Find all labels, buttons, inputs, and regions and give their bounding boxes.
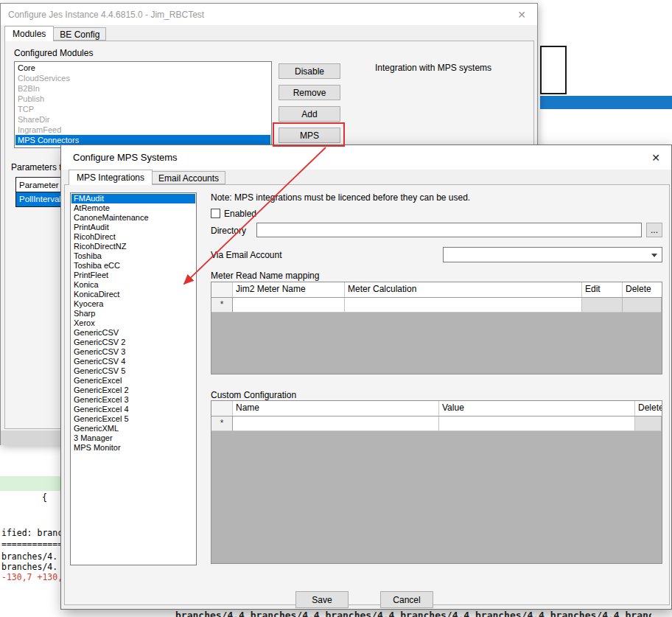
- mps-integration-item[interactable]: MPS Monitor: [71, 443, 195, 453]
- mps-integration-item[interactable]: GenericCSV 3: [71, 347, 195, 357]
- mps-integration-item[interactable]: GenericCSV 5: [71, 366, 195, 376]
- mps-integration-item[interactable]: Xerox: [71, 318, 195, 328]
- custom-grid-header: Name Value Delete: [211, 401, 662, 416]
- mps-integration-item[interactable]: GenericExcel 4: [71, 405, 195, 414]
- terminal-line: {: [42, 492, 47, 503]
- mps-integration-item[interactable]: Toshiba: [71, 251, 195, 261]
- custom-grid-col-delete: Delete: [635, 401, 662, 416]
- disable-button[interactable]: Disable: [279, 63, 340, 79]
- mps-integration-item[interactable]: RicohDirect: [71, 232, 195, 242]
- terminal-line: branches/4.: [1, 551, 57, 562]
- save-button[interactable]: Save: [295, 591, 349, 608]
- chevron-down-icon: [651, 254, 657, 257]
- directory-input[interactable]: [256, 223, 642, 237]
- jes-module-item[interactable]: B2BIn: [15, 83, 270, 94]
- custom-grid-col-value: Value: [439, 401, 635, 416]
- licence-note: Note: MPS integrations must be licenced …: [211, 192, 470, 203]
- meter-grid-delete-button-cell[interactable]: [623, 298, 662, 313]
- add-button[interactable]: Add: [279, 106, 340, 122]
- jes-tab-modules[interactable]: Modules: [4, 26, 54, 41]
- remove-button[interactable]: Remove: [279, 85, 340, 100]
- custom-config-grid: Name Value Delete *: [211, 400, 662, 564]
- meter-grid-col-edit: Edit: [582, 282, 623, 297]
- meter-grid-title: Meter Read Name mapping: [211, 271, 319, 281]
- mps-integration-item[interactable]: GenericCSV 2: [71, 338, 195, 347]
- mps-dialog: Configure MPS Systems ✕ MPS Integrations…: [60, 144, 672, 610]
- mps-integration-item[interactable]: KonicaDirect: [71, 290, 195, 299]
- mps-integration-item[interactable]: Kyocera: [71, 299, 195, 309]
- mps-integration-item[interactable]: GenericCSV: [71, 328, 195, 338]
- browse-button[interactable]: ...: [646, 223, 662, 237]
- meter-grid-calc-cell[interactable]: [345, 298, 582, 313]
- custom-grid-value-cell[interactable]: [439, 416, 635, 431]
- terminal-line: branches/4.: [1, 562, 57, 572]
- mps-integration-item[interactable]: PrintAudit: [71, 223, 195, 232]
- mps-integration-item[interactable]: GenericExcel 2: [71, 386, 195, 395]
- enabled-checkbox[interactable]: [211, 209, 220, 218]
- terminal-highlight-bar: [0, 476, 60, 491]
- mps-integration-item[interactable]: Konica: [71, 280, 195, 290]
- via-email-label: Via Email Account: [211, 250, 282, 260]
- mps-dialog-title: Configure MPS Systems: [73, 152, 178, 163]
- mps-tab-email-accounts[interactable]: Email Accounts: [153, 171, 225, 184]
- background-window: [538, 0, 672, 144]
- mps-integration-item[interactable]: Toshiba eCC: [71, 261, 195, 271]
- mps-integration-item[interactable]: GenericExcel 5: [71, 414, 195, 424]
- background-panel-outline: [540, 46, 567, 94]
- configured-modules-listbox[interactable]: Core CloudServices B2BIn Publish TCP Sha…: [14, 61, 272, 148]
- meter-grid-col-jim2-meter-name: Jim2 Meter Name: [233, 282, 345, 297]
- custom-grid-new-row: *: [211, 416, 662, 431]
- configured-modules-label: Configured Modules: [14, 48, 93, 58]
- jes-module-item[interactable]: Publish: [15, 94, 270, 104]
- terminal-diff-line: -130,7 +130,: [1, 572, 63, 582]
- jes-module-item[interactable]: CloudServices: [15, 73, 270, 83]
- terminal-line: ified: branch: [1, 528, 68, 538]
- mps-titlebar: Configure MPS Systems ✕: [61, 145, 671, 170]
- jes-module-item[interactable]: TCP: [15, 104, 270, 114]
- jes-module-item[interactable]: ShareDir: [15, 114, 270, 125]
- jes-dialog-title: Configure Jes Instance 4.4.6815.0 - Jim_…: [8, 10, 204, 20]
- custom-grid-delete-button-cell[interactable]: [635, 416, 662, 431]
- jes-module-item[interactable]: IngramFeed: [15, 125, 270, 135]
- jes-titlebar: Configure Jes Instance 4.4.6815.0 - Jim_…: [1, 4, 537, 25]
- mps-tab-integrations[interactable]: MPS Integrations: [69, 170, 153, 185]
- meter-grid-empty-area: [211, 313, 662, 374]
- mps-integration-item[interactable]: RicohDirectNZ: [71, 242, 195, 251]
- meter-grid-edit-button-cell[interactable]: [582, 298, 623, 313]
- clipped-bottom-text: branches/4.4 branches/4.4 branches/4.4 b…: [175, 610, 651, 617]
- jes-module-item[interactable]: Core: [15, 63, 270, 73]
- custom-grid-empty-area: [211, 431, 662, 563]
- mps-integration-item[interactable]: PrintFleet: [71, 271, 195, 280]
- mps-button[interactable]: MPS: [279, 128, 340, 143]
- mps-description-text: Integration with MPS systems: [375, 63, 491, 73]
- cancel-button[interactable]: Cancel: [380, 591, 433, 608]
- mps-integration-item[interactable]: 3 Manager: [71, 433, 195, 443]
- custom-grid-col-name: Name: [233, 401, 439, 416]
- meter-grid-col-delete: Delete: [623, 282, 662, 297]
- mps-integration-item[interactable]: GenericCSV 4: [71, 357, 195, 366]
- meter-grid-corner: [211, 282, 233, 297]
- meter-grid-new-row: *: [211, 298, 662, 313]
- jes-module-item[interactable]: MPS Connectors: [15, 135, 270, 145]
- mps-close-icon[interactable]: ✕: [640, 145, 671, 170]
- custom-grid-name-cell[interactable]: [233, 416, 439, 431]
- background-accent-bar: [540, 96, 672, 109]
- custom-grid-corner: [211, 401, 233, 416]
- mps-integration-item[interactable]: GenericExcel 3: [71, 395, 195, 405]
- custom-grid-new-row-marker: *: [211, 416, 233, 431]
- meter-grid: Jim2 Meter Name Meter Calculation Edit D…: [211, 282, 662, 374]
- jes-close-icon[interactable]: ✕: [506, 4, 537, 25]
- mps-integrations-listbox[interactable]: FMAudit AtRemote CanoneMaintenance Print…: [70, 192, 197, 565]
- mps-integration-item[interactable]: CanoneMaintenance: [71, 213, 195, 223]
- parameters-label: Parameters t: [11, 162, 62, 172]
- mps-integration-item[interactable]: Sharp: [71, 309, 195, 318]
- mps-integration-item[interactable]: AtRemote: [71, 203, 195, 213]
- mps-integration-item[interactable]: GenericXML: [71, 424, 195, 433]
- jes-tab-beconfig[interactable]: BE Config: [54, 27, 106, 41]
- meter-grid-name-cell[interactable]: [233, 298, 345, 313]
- mps-integration-item[interactable]: GenericExcel: [71, 376, 195, 386]
- meter-grid-new-row-marker: *: [211, 298, 233, 313]
- meter-grid-header: Jim2 Meter Name Meter Calculation Edit D…: [211, 282, 662, 298]
- email-account-select[interactable]: [443, 247, 662, 262]
- mps-integration-item[interactable]: FMAudit: [71, 194, 195, 203]
